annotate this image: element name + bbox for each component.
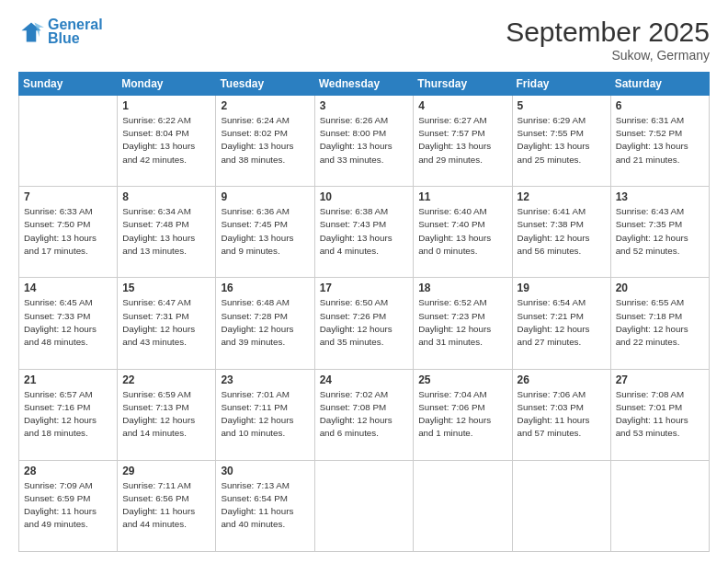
calendar-cell: 9Sunrise: 6:36 AM Sunset: 7:45 PM Daylig… (216, 187, 314, 278)
cell-info: Sunrise: 7:02 AM Sunset: 7:08 PM Dayligh… (320, 388, 409, 441)
logo: General Blue (18, 17, 103, 47)
calendar-cell: 15Sunrise: 6:47 AM Sunset: 7:31 PM Dayli… (118, 278, 216, 369)
cell-info: Sunrise: 6:43 AM Sunset: 7:35 PM Dayligh… (616, 205, 704, 258)
cell-info: Sunrise: 6:22 AM Sunset: 8:04 PM Dayligh… (122, 114, 210, 167)
cell-info: Sunrise: 6:45 AM Sunset: 7:33 PM Dayligh… (24, 296, 112, 349)
cell-day-number: 23 (221, 373, 309, 386)
cell-info: Sunrise: 6:52 AM Sunset: 7:23 PM Dayligh… (418, 296, 506, 349)
cell-info: Sunrise: 7:09 AM Sunset: 6:59 PM Dayligh… (24, 479, 112, 532)
calendar-cell: 19Sunrise: 6:54 AM Sunset: 7:21 PM Dayli… (512, 278, 610, 369)
week-row-4: 21Sunrise: 6:57 AM Sunset: 7:16 PM Dayli… (19, 369, 710, 460)
cell-day-number: 6 (616, 99, 704, 112)
weekday-header-monday: Monday (118, 73, 216, 96)
cell-day-number: 21 (24, 373, 112, 386)
weekday-header-saturday: Saturday (610, 73, 709, 96)
cell-info: Sunrise: 7:08 AM Sunset: 7:01 PM Dayligh… (616, 388, 704, 441)
calendar-cell: 24Sunrise: 7:02 AM Sunset: 7:08 PM Dayli… (314, 369, 414, 460)
weekday-header-row: SundayMondayTuesdayWednesdayThursdayFrid… (19, 73, 710, 96)
calendar-cell: 17Sunrise: 6:50 AM Sunset: 7:26 PM Dayli… (314, 278, 414, 369)
calendar-cell: 26Sunrise: 7:06 AM Sunset: 7:03 PM Dayli… (512, 369, 610, 460)
cell-info: Sunrise: 6:48 AM Sunset: 7:28 PM Dayligh… (221, 296, 309, 349)
cell-day-number: 29 (122, 465, 210, 477)
cell-day-number: 17 (320, 282, 409, 294)
cell-info: Sunrise: 6:26 AM Sunset: 8:00 PM Dayligh… (320, 114, 409, 167)
title-block: September 2025 Sukow, Germany (506, 17, 710, 63)
cell-day-number: 2 (221, 99, 309, 112)
cell-info: Sunrise: 7:01 AM Sunset: 7:11 PM Dayligh… (221, 388, 309, 441)
calendar-cell: 23Sunrise: 7:01 AM Sunset: 7:11 PM Dayli… (216, 369, 314, 460)
calendar-cell: 1Sunrise: 6:22 AM Sunset: 8:04 PM Daylig… (118, 96, 216, 187)
cell-info: Sunrise: 6:50 AM Sunset: 7:26 PM Dayligh… (320, 296, 409, 349)
cell-day-number: 8 (122, 190, 210, 203)
cell-day-number: 9 (221, 190, 309, 203)
cell-day-number: 4 (418, 99, 506, 112)
calendar-cell: 6Sunrise: 6:31 AM Sunset: 7:52 PM Daylig… (610, 96, 709, 187)
calendar-cell (512, 460, 610, 551)
cell-info: Sunrise: 6:57 AM Sunset: 7:16 PM Dayligh… (24, 388, 112, 441)
cell-day-number: 15 (122, 282, 210, 294)
cell-info: Sunrise: 6:36 AM Sunset: 7:45 PM Dayligh… (221, 205, 309, 258)
calendar-cell: 28Sunrise: 7:09 AM Sunset: 6:59 PM Dayli… (19, 460, 118, 551)
calendar-cell: 2Sunrise: 6:24 AM Sunset: 8:02 PM Daylig… (216, 96, 314, 187)
month-title: September 2025 (506, 17, 710, 48)
calendar-cell: 12Sunrise: 6:41 AM Sunset: 7:38 PM Dayli… (512, 187, 610, 278)
cell-info: Sunrise: 6:47 AM Sunset: 7:31 PM Dayligh… (122, 296, 210, 349)
cell-day-number: 24 (320, 373, 409, 386)
week-row-2: 7Sunrise: 6:33 AM Sunset: 7:50 PM Daylig… (19, 187, 710, 278)
cell-day-number: 26 (518, 373, 606, 386)
cell-info: Sunrise: 7:11 AM Sunset: 6:56 PM Dayligh… (122, 479, 210, 532)
cell-info: Sunrise: 6:59 AM Sunset: 7:13 PM Dayligh… (122, 388, 210, 441)
calendar-cell: 25Sunrise: 7:04 AM Sunset: 7:06 PM Dayli… (414, 369, 512, 460)
cell-day-number: 3 (320, 99, 409, 112)
weekday-header-thursday: Thursday (414, 73, 512, 96)
cell-day-number: 20 (616, 282, 704, 294)
calendar-cell (314, 460, 414, 551)
week-row-1: 1Sunrise: 6:22 AM Sunset: 8:04 PM Daylig… (19, 96, 710, 187)
calendar-cell: 3Sunrise: 6:26 AM Sunset: 8:00 PM Daylig… (314, 96, 414, 187)
weekday-header-sunday: Sunday (19, 73, 118, 96)
cell-day-number: 13 (616, 190, 704, 203)
calendar-cell: 20Sunrise: 6:55 AM Sunset: 7:18 PM Dayli… (610, 278, 709, 369)
calendar-cell: 8Sunrise: 6:34 AM Sunset: 7:48 PM Daylig… (118, 187, 216, 278)
calendar-cell: 13Sunrise: 6:43 AM Sunset: 7:35 PM Dayli… (610, 187, 709, 278)
calendar-cell: 16Sunrise: 6:48 AM Sunset: 7:28 PM Dayli… (216, 278, 314, 369)
location: Sukow, Germany (506, 48, 710, 63)
cell-day-number: 30 (221, 465, 309, 477)
week-row-3: 14Sunrise: 6:45 AM Sunset: 7:33 PM Dayli… (19, 278, 710, 369)
cell-day-number: 10 (320, 190, 409, 203)
cell-info: Sunrise: 6:55 AM Sunset: 7:18 PM Dayligh… (616, 296, 704, 349)
cell-day-number: 1 (122, 99, 210, 112)
cell-info: Sunrise: 6:54 AM Sunset: 7:21 PM Dayligh… (518, 296, 606, 349)
calendar-table: SundayMondayTuesdayWednesdayThursdayFrid… (18, 72, 710, 552)
weekday-header-wednesday: Wednesday (314, 73, 414, 96)
cell-info: Sunrise: 6:24 AM Sunset: 8:02 PM Dayligh… (221, 114, 309, 167)
cell-day-number: 27 (616, 373, 704, 386)
calendar-cell (414, 460, 512, 551)
header: General Blue September 2025 Sukow, Germa… (18, 17, 710, 63)
cell-day-number: 5 (518, 99, 606, 112)
cell-day-number: 22 (122, 373, 210, 386)
calendar-cell: 11Sunrise: 6:40 AM Sunset: 7:40 PM Dayli… (414, 187, 512, 278)
cell-info: Sunrise: 6:34 AM Sunset: 7:48 PM Dayligh… (122, 205, 210, 258)
calendar-cell: 30Sunrise: 7:13 AM Sunset: 6:54 PM Dayli… (216, 460, 314, 551)
calendar-cell: 29Sunrise: 7:11 AM Sunset: 6:56 PM Dayli… (118, 460, 216, 551)
cell-info: Sunrise: 6:29 AM Sunset: 7:55 PM Dayligh… (518, 114, 606, 167)
cell-day-number: 18 (418, 282, 506, 294)
cell-info: Sunrise: 6:27 AM Sunset: 7:57 PM Dayligh… (418, 114, 506, 167)
calendar-cell: 5Sunrise: 6:29 AM Sunset: 7:55 PM Daylig… (512, 96, 610, 187)
cell-info: Sunrise: 6:38 AM Sunset: 7:43 PM Dayligh… (320, 205, 409, 258)
cell-day-number: 12 (518, 190, 606, 203)
logo-text: General Blue (48, 17, 103, 47)
cell-day-number: 14 (24, 282, 112, 294)
cell-info: Sunrise: 6:33 AM Sunset: 7:50 PM Dayligh… (24, 205, 112, 258)
calendar-cell (19, 96, 118, 187)
calendar-cell: 4Sunrise: 6:27 AM Sunset: 7:57 PM Daylig… (414, 96, 512, 187)
calendar-cell: 10Sunrise: 6:38 AM Sunset: 7:43 PM Dayli… (314, 187, 414, 278)
weekday-header-friday: Friday (512, 73, 610, 96)
calendar-cell: 7Sunrise: 6:33 AM Sunset: 7:50 PM Daylig… (19, 187, 118, 278)
calendar-cell: 14Sunrise: 6:45 AM Sunset: 7:33 PM Dayli… (19, 278, 118, 369)
calendar-cell: 18Sunrise: 6:52 AM Sunset: 7:23 PM Dayli… (414, 278, 512, 369)
weekday-header-tuesday: Tuesday (216, 73, 314, 96)
calendar-cell: 22Sunrise: 6:59 AM Sunset: 7:13 PM Dayli… (118, 369, 216, 460)
week-row-5: 28Sunrise: 7:09 AM Sunset: 6:59 PM Dayli… (19, 460, 710, 551)
